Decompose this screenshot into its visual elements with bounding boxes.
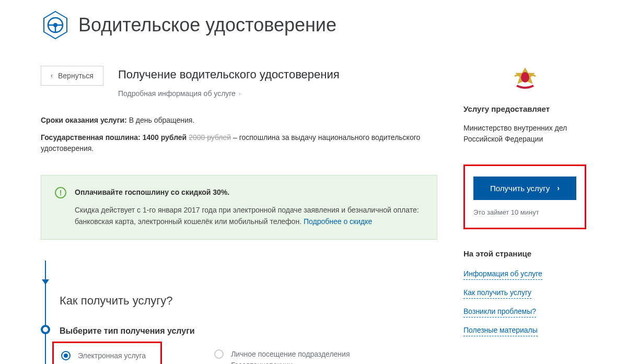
nav-link-info[interactable]: Информация об услуге: [463, 268, 542, 280]
step-1-title: Выберите тип получения услуги: [60, 325, 437, 337]
provider-name: Министерство внутренних дел Российской Ф…: [463, 123, 586, 145]
cta-subtext: Это займет 10 минут: [473, 207, 576, 218]
chevron-left-icon: ‹: [51, 72, 53, 79]
service-title: Получение водительского удостоверения: [118, 66, 340, 83]
page-nav-title: На этой странице: [463, 248, 586, 260]
radio-inperson-label: Личное посещение подразделения Госавтоин…: [231, 349, 356, 364]
mvd-emblem-icon: [510, 66, 540, 92]
svg-point-6: [521, 72, 529, 83]
discount-notice: ! Оплачивайте госпошлину со скидкой 30%.…: [41, 175, 437, 240]
detail-link-text: Подробная информация об услуге: [118, 88, 236, 99]
page-nav: На этой странице Информация об услуге Ка…: [463, 248, 586, 336]
how-question: Как получить услугу?: [60, 289, 437, 309]
page-header: Водительское удостоверение: [41, 10, 586, 40]
timing-value: В день обращения.: [129, 116, 195, 124]
nav-link-materials[interactable]: Полезные материалы: [463, 325, 538, 336]
cta-highlight: Получить услугу › Это займет 10 минут: [463, 165, 586, 230]
option-highlight: Электронная услуга: [52, 342, 162, 364]
radio-icon: [214, 349, 224, 359]
fee-line: Государственная пошлина: 1400 рублей 200…: [41, 132, 437, 154]
step-bullet-icon: [41, 325, 50, 334]
get-service-button[interactable]: Получить услугу ›: [473, 177, 576, 200]
timing-line: Сроки оказания услуги: В день обращения.: [41, 115, 437, 126]
back-label: Вернуться: [58, 72, 94, 80]
discount-more-link[interactable]: Подробнее о скидке: [304, 217, 372, 226]
cta-label: Получить услугу: [490, 184, 550, 193]
page-title: Водительское удостоверение: [78, 11, 336, 39]
detail-info-link[interactable]: Подробная информация об услуге ›: [118, 88, 241, 99]
notice-title: Оплачивайте госпошлину со скидкой 30%.: [75, 187, 423, 198]
back-button[interactable]: ‹ Вернуться: [41, 66, 103, 86]
fee-old-price: 2000 рублей: [189, 133, 231, 142]
nav-link-problems[interactable]: Возникли проблемы?: [463, 306, 536, 318]
steering-wheel-icon: [41, 10, 70, 40]
radio-icon: [61, 351, 71, 360]
radio-inperson[interactable]: Личное посещение подразделения Госавтоин…: [214, 349, 356, 364]
nav-link-how[interactable]: Как получить услугу: [463, 287, 531, 299]
chevron-right-icon: ›: [557, 184, 560, 192]
exclamation-icon: !: [55, 187, 66, 198]
radio-electronic-label: Электронная услуга: [78, 350, 146, 361]
fee-label: Государственная пошлина:: [41, 133, 141, 142]
fee-price: 1400 рублей: [143, 133, 187, 142]
step-line: [45, 261, 46, 364]
chevron-right-icon: ›: [239, 89, 241, 98]
steps-section: Как получить услугу? Выберите тип получе…: [41, 261, 437, 364]
provider-label: Услугу предоставляет: [463, 103, 586, 115]
radio-electronic[interactable]: Электронная услуга: [61, 350, 146, 361]
timing-label: Сроки оказания услуги:: [41, 116, 127, 124]
arrow-down-icon: [42, 279, 49, 285]
